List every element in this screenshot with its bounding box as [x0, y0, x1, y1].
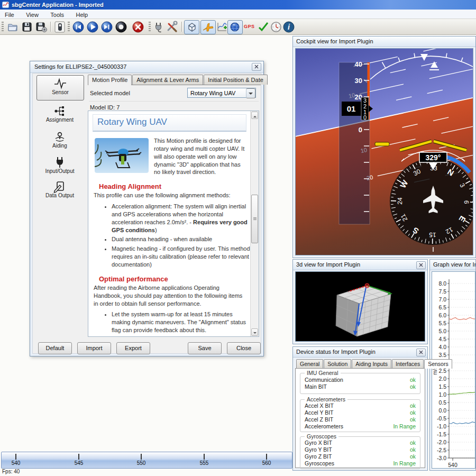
status-value: ok	[410, 416, 416, 423]
clock-icon[interactable]	[270, 21, 282, 33]
sidebar-item-assignment[interactable]: Assignment	[36, 103, 83, 127]
cockpit-view-button[interactable]	[200, 20, 216, 34]
status-value: ok	[410, 409, 416, 416]
device-panel-close-button[interactable]	[416, 349, 426, 356]
timeline-tick-label: 545	[75, 460, 84, 466]
menu-help[interactable]: Help	[71, 11, 93, 19]
close-button[interactable]: Close	[227, 342, 261, 354]
graph-view-icon[interactable]	[216, 21, 228, 33]
dialog-close-button[interactable]	[252, 63, 261, 71]
status-label: Gyroscopes	[305, 460, 334, 466]
plug-icon[interactable]	[152, 21, 165, 33]
model-select[interactable]: Rotary Wing UAV	[187, 88, 256, 98]
list-item: Acceleration alignment: The system will …	[112, 203, 251, 234]
sidebar-item-sensor[interactable]: Sensor	[36, 75, 84, 100]
svg-text:0: 0	[363, 114, 367, 121]
3d-panel-close-button[interactable]	[416, 261, 426, 269]
timeline-scrollbar[interactable]: 540 545 550 555 560	[1, 452, 292, 469]
plug-io-icon	[53, 156, 67, 169]
3d-viewport[interactable]	[295, 271, 425, 342]
export-button[interactable]: Export	[116, 342, 150, 354]
list-item: Single antenna systems heading accuracy …	[112, 336, 251, 336]
cockpit-panel-titlebar[interactable]: Cockpit view for Import Plugin	[293, 36, 475, 47]
play-icon[interactable]	[86, 21, 99, 33]
info-icon[interactable]: i	[282, 21, 295, 33]
fps-status: Fps: 40	[2, 469, 20, 474]
menubar: File View Tools Help	[0, 10, 476, 19]
svg-text:24: 24	[396, 197, 404, 205]
article-scrollbar[interactable]	[250, 111, 259, 336]
sidebar-item-label: Sensor	[37, 89, 84, 95]
tab-aiding-inputs[interactable]: Aiding Inputs	[352, 359, 391, 368]
menu-view[interactable]: View	[21, 11, 43, 19]
tab-interfaces[interactable]: Interfaces	[392, 359, 424, 368]
svg-text:540: 540	[448, 462, 457, 468]
save-button[interactable]: Save	[188, 342, 222, 354]
device-panel-titlebar[interactable]: Device status for Import Plugin	[293, 347, 427, 358]
save-as-icon[interactable]	[35, 21, 48, 33]
app-window: sbgCenter Application - Imported File Vi…	[0, 0, 476, 476]
svg-text:5.5: 5.5	[438, 320, 446, 326]
3d-cube	[296, 272, 425, 342]
model-select-value: Rotary Wing UAV	[190, 88, 235, 98]
stop-icon[interactable]	[132, 21, 144, 33]
dialog-titlebar[interactable]: Settings for ELLIPSE2-_045000337	[30, 61, 263, 73]
save-icon[interactable]	[21, 21, 33, 33]
3d-view-button[interactable]	[184, 20, 199, 34]
3d-panel-titlebar[interactable]: 3d view for Import Plugin	[293, 260, 427, 270]
tab-alignment-lever-arms[interactable]: Alignment & Lever Arms	[132, 75, 203, 85]
scroll-up-arrow[interactable]	[251, 112, 258, 119]
import-button[interactable]: Import	[77, 342, 111, 354]
default-button[interactable]: Default	[38, 342, 72, 354]
tools-icon[interactable]	[166, 21, 179, 33]
graph-plot-area[interactable]: 8.07.57.06.56.05.55.04.54.03.53.02.52.01…	[432, 271, 475, 469]
imu-general-group: IMU General Communicationok Main BITok	[300, 373, 420, 394]
settings-dialog: Settings for ELLIPSE2-_045000337 Sensor …	[30, 61, 264, 356]
map-view-button[interactable]	[227, 20, 243, 34]
graph-panel-titlebar[interactable]: Graph view for Import	[430, 260, 475, 270]
tab-general[interactable]: General	[296, 359, 323, 368]
toolbar-grip[interactable]	[68, 22, 70, 32]
svg-text:7.5: 7.5	[438, 288, 446, 295]
svg-text:0.5: 0.5	[438, 399, 446, 406]
open-file-icon[interactable]	[6, 21, 19, 33]
svg-text:-2.0: -2.0	[437, 439, 446, 445]
tab-solution[interactable]: Solution	[324, 359, 351, 368]
svg-text:1.5: 1.5	[438, 383, 446, 390]
tab-initial-position-date[interactable]: Initial Position & Date	[204, 75, 268, 85]
toolbar-grip[interactable]	[149, 22, 151, 32]
cube-icon	[186, 22, 197, 32]
skip-forward-icon[interactable]	[100, 21, 113, 33]
gps-tool-label[interactable]: GPS	[244, 24, 255, 29]
titlebar[interactable]: sbgCenter Application - Imported	[0, 0, 476, 10]
sidebar-item-label: Assignment	[36, 117, 83, 123]
sidebar-item-aiding[interactable]: Aiding	[36, 129, 83, 153]
chevron-down-icon[interactable]	[246, 88, 255, 98]
sidebar-item-data-output[interactable]: Data Output	[36, 179, 83, 203]
data-output-icon	[53, 180, 67, 193]
status-value: ok	[410, 383, 416, 390]
status-label: Gyro Z BIT	[305, 453, 332, 460]
tab-motion-profile[interactable]: Motion Profile	[88, 75, 132, 85]
toolbar-grip[interactable]	[2, 22, 4, 32]
svg-text:6: 6	[463, 200, 470, 204]
tab-sensors[interactable]: Sensors	[424, 359, 452, 369]
scroll-down-arrow[interactable]	[251, 328, 258, 336]
timeline-tick-label: 540	[12, 460, 21, 466]
close-icon	[254, 65, 259, 69]
svg-text:2.0: 2.0	[438, 376, 446, 382]
dialog-title: Settings for ELLIPSE2-_045000337	[34, 63, 126, 70]
list-item: Dual antenna heading - when available	[112, 235, 251, 243]
skip-back-icon[interactable]	[72, 21, 85, 33]
record-icon[interactable]	[115, 21, 127, 33]
validate-check-icon[interactable]	[257, 21, 270, 33]
menu-tools[interactable]: Tools	[45, 11, 69, 19]
line-chart: 8.07.57.06.56.05.55.04.54.03.53.02.52.01…	[432, 272, 475, 469]
cockpit-panel: Cockpit view for Import Plugin	[292, 36, 476, 258]
menu-file[interactable]: File	[0, 11, 19, 19]
scrollbar-thumb[interactable]	[251, 195, 258, 243]
svg-text:01: 01	[347, 104, 356, 113]
svg-text:0.0: 0.0	[438, 407, 446, 414]
sidebar-item-input-output[interactable]: Input/Output	[36, 154, 83, 179]
log-window-icon[interactable]	[53, 21, 66, 33]
